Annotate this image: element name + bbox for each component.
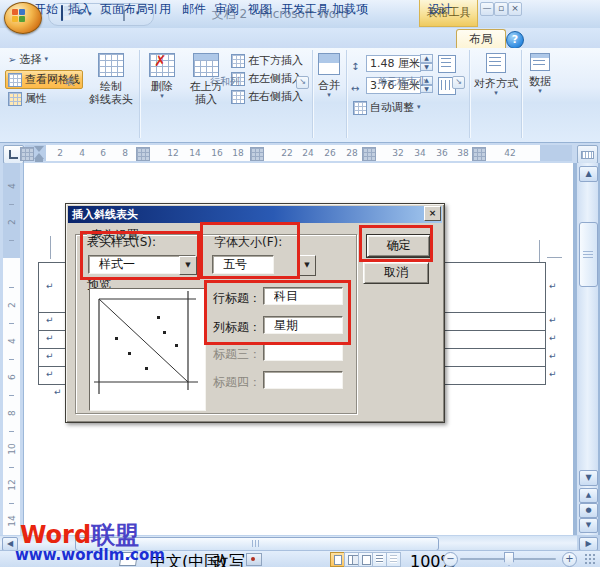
tab-developer[interactable]: 开发工具 xyxy=(277,0,333,19)
view-web-layout-button[interactable] xyxy=(358,552,373,567)
tab-view[interactable]: 视图 xyxy=(244,0,276,19)
autofit-icon xyxy=(353,101,367,115)
dialog-launcher-icon[interactable]: ↘ xyxy=(296,76,309,89)
data-button[interactable]: 数据 ▾ xyxy=(524,53,556,95)
ruler-number: 28 xyxy=(346,148,357,158)
status-overtype-mode[interactable]: 改写 xyxy=(213,552,245,567)
scroll-right-button[interactable]: ▶ xyxy=(579,537,598,551)
view-fullscreen-reading-button[interactable] xyxy=(344,552,359,567)
merge-button[interactable]: 合并 ▾ xyxy=(313,53,345,99)
vertical-ruler[interactable]: 422468101214 xyxy=(0,163,23,535)
ruler-number: 4 xyxy=(79,148,85,158)
group-label-rows-cols: 行和列 xyxy=(141,75,309,89)
next-page-button[interactable]: ▼ xyxy=(579,518,598,533)
previous-page-button[interactable]: ▲ xyxy=(579,488,598,503)
first-line-indent-marker[interactable] xyxy=(34,146,44,152)
dialog-launcher-icon[interactable]: ↘ xyxy=(452,76,465,89)
close-button[interactable]: × xyxy=(508,2,522,16)
dialog-close-button[interactable]: × xyxy=(424,206,441,221)
resize-grip[interactable] xyxy=(584,553,596,565)
tab-mailings[interactable]: 邮件 xyxy=(178,0,210,19)
scroll-down-button[interactable]: ▼ xyxy=(579,470,598,486)
dialog-title-bar[interactable]: 插入斜线表头 xyxy=(68,206,442,223)
title4-label: 标题四： xyxy=(213,374,261,391)
cell-end-mark: ↵ xyxy=(46,316,54,325)
horizontal-ruler[interactable]: 246812141618222426283234363842 xyxy=(25,145,572,161)
row-title-label: 行标题： xyxy=(213,290,261,307)
combobox-dropdown-icon[interactable]: ▼ xyxy=(298,255,316,276)
cell-end-mark: ↵ xyxy=(46,352,54,361)
chevron-down-icon: ▾ xyxy=(538,88,542,95)
alignment-icon xyxy=(486,53,506,73)
chevron-down-icon: ▾ xyxy=(160,93,164,100)
text-boundary-mark xyxy=(539,240,540,263)
insert-below-button[interactable]: 在下方插入 xyxy=(229,52,305,69)
column-marker-icon[interactable] xyxy=(472,147,486,161)
col-title-input[interactable] xyxy=(263,316,343,334)
vertical-scroll-thumb[interactable] xyxy=(579,222,598,287)
table-border xyxy=(443,312,546,313)
zoom-out-button[interactable]: − xyxy=(443,552,458,567)
combobox-dropdown-icon[interactable]: ▼ xyxy=(179,256,197,275)
column-marker-icon[interactable] xyxy=(362,147,376,161)
column-marker-icon[interactable] xyxy=(20,147,34,161)
column-marker-icon[interactable] xyxy=(136,147,150,161)
alignment-button[interactable]: 对齐方式 ▾ xyxy=(472,53,520,97)
tab-addins[interactable]: 加载项 xyxy=(328,0,372,19)
ruler-number: 8 xyxy=(122,148,128,158)
distribute-rows-button[interactable] xyxy=(438,55,456,73)
table-border xyxy=(38,348,65,349)
ruler-number: 16 xyxy=(211,148,222,158)
table-border xyxy=(38,366,65,367)
tab-references[interactable]: 引用 xyxy=(143,0,175,19)
delete-table-icon: ✗ xyxy=(149,53,175,77)
insert-right-icon xyxy=(231,90,245,104)
view-draft-button[interactable] xyxy=(386,552,401,567)
column-marker-icon[interactable] xyxy=(250,147,264,161)
tab-layout-active[interactable]: 布局 xyxy=(456,29,506,49)
row-height-stepper[interactable]: ▲▼ xyxy=(420,54,433,71)
chevron-down-icon: ▾ xyxy=(494,90,498,97)
autofit-button[interactable]: 自动调整 ▾ xyxy=(351,99,423,116)
ruler-number: 24 xyxy=(302,148,313,158)
tab-review[interactable]: 审阅 xyxy=(211,0,243,19)
insert-below-icon xyxy=(231,54,245,68)
insert-right-button[interactable]: 在右侧插入 xyxy=(229,88,305,105)
row-height-input[interactable] xyxy=(366,55,421,72)
zoom-in-button[interactable]: + xyxy=(562,552,577,567)
ok-button[interactable]: 确定 xyxy=(367,235,430,257)
select-browse-object-button[interactable]: ● xyxy=(579,503,598,518)
ruler-number: 38 xyxy=(457,148,468,158)
table-border xyxy=(443,262,546,263)
row-end-mark: ↵ xyxy=(549,316,557,325)
row-title-input[interactable] xyxy=(263,287,343,305)
ruler-toggle-button[interactable] xyxy=(577,145,598,164)
tab-insert[interactable]: 插入 xyxy=(64,0,96,19)
tab-design[interactable]: 设计 xyxy=(424,0,456,19)
cell-end-mark: ↵ xyxy=(46,370,54,379)
restore-button[interactable]: ▫ xyxy=(494,2,508,16)
macro-record-icon[interactable] xyxy=(246,553,262,566)
ruler-number: 2 xyxy=(7,297,17,314)
ruler-tick xyxy=(9,204,14,205)
title4-input[interactable] xyxy=(263,371,343,389)
font-size-combobox[interactable]: 五号 xyxy=(212,255,274,274)
scroll-up-button[interactable]: ▲ xyxy=(579,166,598,182)
group-separator xyxy=(469,50,470,138)
header-style-label: 表头样式(S): xyxy=(87,234,156,251)
cancel-button[interactable]: 取消 xyxy=(363,262,429,284)
left-indent-marker[interactable] xyxy=(35,159,43,162)
table-border xyxy=(443,330,546,331)
row-end-mark: ↵ xyxy=(549,334,557,343)
select-button[interactable]: ➢ 选择 ▾ xyxy=(6,51,50,68)
minimize-button[interactable]: — xyxy=(480,2,494,16)
view-print-layout-button[interactable] xyxy=(330,552,345,567)
row-end-mark: ↵ xyxy=(549,282,557,291)
title3-input[interactable] xyxy=(263,343,343,361)
help-button[interactable]: ? xyxy=(506,31,524,49)
properties-button[interactable]: 属性 xyxy=(6,90,49,107)
chevron-down-icon: ▾ xyxy=(327,92,331,99)
view-outline-button[interactable] xyxy=(372,552,387,567)
ruler-number: 4 xyxy=(7,333,17,350)
ruler-number: 14 xyxy=(189,148,200,158)
